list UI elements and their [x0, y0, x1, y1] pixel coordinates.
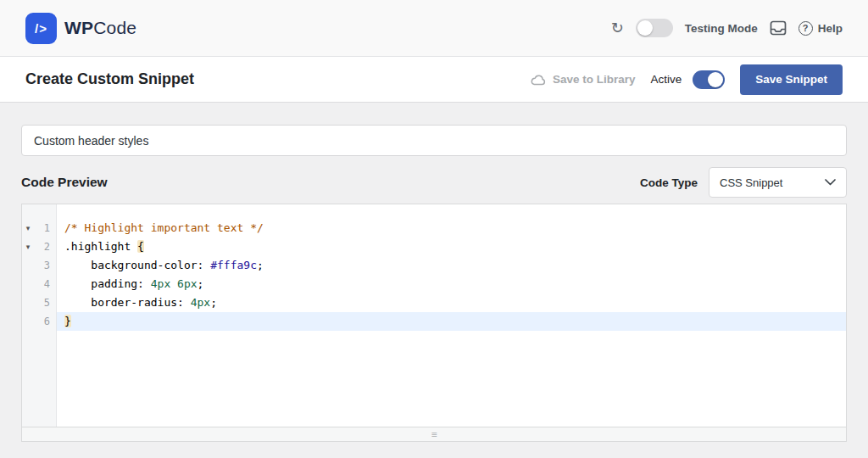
- wordmark-code: Code: [93, 18, 136, 37]
- editor-resize-handle[interactable]: ≡: [21, 427, 847, 442]
- gutter-line: 4: [22, 275, 56, 293]
- inbox-icon[interactable]: [770, 20, 787, 36]
- chevron-down-icon: [825, 179, 836, 186]
- grip-icon: ≡: [431, 430, 437, 439]
- gutter-line: ▾1: [22, 219, 56, 237]
- cloud-icon: [530, 74, 547, 86]
- page-header: Create Custom Snippet Save to Library Ac…: [0, 57, 868, 103]
- code-type-value: CSS Snippet: [720, 176, 782, 189]
- content-area: Code Preview Code Type CSS Snippet ▾1▾23…: [0, 103, 868, 442]
- code-preview-row: Code Preview Code Type CSS Snippet: [21, 167, 847, 198]
- active-label: Active: [650, 73, 682, 86]
- line-number: 2: [34, 241, 56, 253]
- line-number: 5: [34, 297, 56, 309]
- active-toggle[interactable]: [693, 70, 725, 89]
- code-line[interactable]: padding: 4px 6px;: [57, 275, 846, 293]
- code-line[interactable]: .highlight {: [57, 237, 846, 256]
- toggle-knob: [637, 20, 653, 36]
- line-number: 4: [34, 278, 56, 290]
- wordmark-wp: WP: [64, 18, 93, 37]
- help-label: Help: [818, 22, 843, 35]
- save-snippet-button[interactable]: Save Snippet: [740, 64, 843, 95]
- code-line[interactable]: background-color: #fffa9c;: [57, 256, 846, 275]
- gutter-line: 6: [22, 312, 56, 331]
- code-line[interactable]: border-radius: 4px;: [57, 293, 846, 312]
- line-number: 3: [34, 260, 56, 271]
- testing-mode-toggle[interactable]: [636, 19, 673, 37]
- wpcode-logo: /> WPCode: [25, 13, 136, 44]
- fold-arrow-icon[interactable]: ▾: [22, 224, 34, 232]
- snippet-title-input[interactable]: [21, 125, 847, 156]
- gutter-line: 3: [22, 256, 56, 275]
- editor-code-area[interactable]: /* Highlight important text */.highlight…: [57, 204, 846, 427]
- testing-mode-label: Testing Mode: [685, 22, 758, 35]
- code-type-label: Code Type: [640, 176, 698, 189]
- line-number: 1: [34, 222, 56, 234]
- code-line[interactable]: }: [57, 312, 846, 331]
- save-to-library-label: Save to Library: [553, 73, 636, 86]
- code-type-select[interactable]: CSS Snippet: [709, 167, 847, 198]
- code-line[interactable]: /* Highlight important text */: [57, 219, 846, 237]
- wpcode-wordmark: WPCode: [64, 18, 136, 38]
- gutter-line: 5: [22, 293, 56, 312]
- help-button[interactable]: ? Help: [798, 21, 843, 36]
- toggle-knob: [708, 72, 723, 87]
- save-to-library-button[interactable]: Save to Library: [530, 73, 636, 86]
- top-bar: /> WPCode ↻ Testing Mode ? Help: [0, 0, 868, 57]
- code-editor[interactable]: ▾1▾23456 /* Highlight important text */.…: [21, 204, 847, 427]
- page-title: Create Custom Snippet: [25, 70, 194, 88]
- code-preview-heading: Code Preview: [21, 175, 108, 190]
- fold-arrow-icon[interactable]: ▾: [22, 243, 34, 251]
- help-icon: ?: [798, 21, 813, 36]
- line-number: 6: [34, 316, 56, 327]
- wpcode-logo-icon: />: [25, 13, 57, 44]
- refresh-icon[interactable]: ↻: [611, 20, 624, 36]
- gutter-line: ▾2: [22, 237, 56, 256]
- editor-gutter: ▾1▾23456: [22, 204, 57, 427]
